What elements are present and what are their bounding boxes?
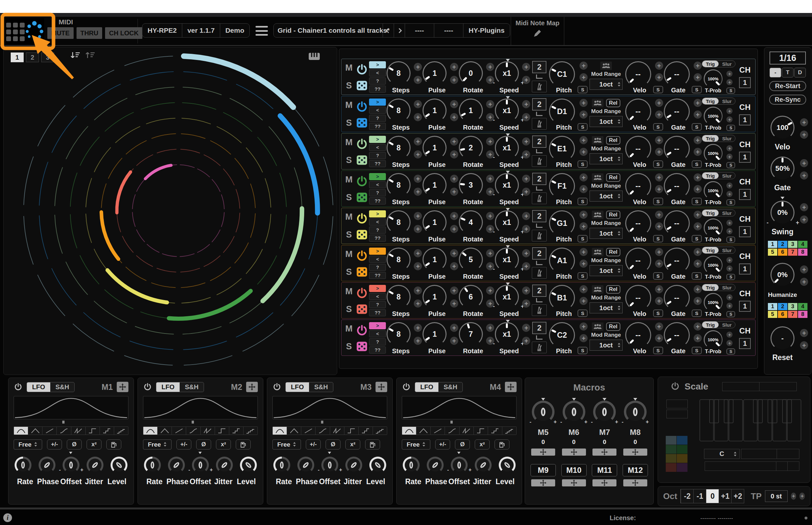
relative-mode-button[interactable]: Rel [606,174,620,182]
velocity-increment-button[interactable] [655,322,663,331]
octave-range-box[interactable]: 2 [532,98,546,110]
solo-button[interactable]: S [343,265,354,279]
swing-increment-button[interactable] [800,203,808,211]
relative-mode-button[interactable]: Rel [606,99,620,107]
speed-knob[interactable]: x1 [495,61,519,85]
velocity-increment-button[interactable] [655,136,663,144]
macro-button[interactable]: M11 [592,464,617,476]
dice-icon[interactable] [356,267,368,277]
wave-dome-button[interactable] [143,427,157,435]
pitch-decrement-button[interactable] [579,110,588,119]
phase-knob[interactable] [297,456,314,474]
pitch-knob[interactable]: E1 [549,136,575,162]
fuel-pump-icon[interactable] [236,439,251,450]
restart-button[interactable]: Re-Start [769,81,806,91]
rotate-increment-button[interactable] [486,249,494,257]
speed-knob[interactable]: x1 [495,173,519,197]
velocity-knob[interactable]: -- [625,99,651,124]
lfo-sh-toggle[interactable]: LFO S&H [285,382,334,392]
wave-square-button[interactable] [344,427,358,435]
speed-knob[interactable]: x1 [495,247,519,272]
steps-decrement-button[interactable] [414,262,422,270]
velocity-decrement-button[interactable] [655,148,663,156]
octave-range-box[interactable]: 2 [532,173,546,185]
pitch-decrement-button[interactable] [579,259,588,268]
preset-next-button[interactable] [394,24,405,37]
trigger-probability-knob[interactable]: 100% [704,144,723,163]
spinner-icon[interactable] [734,452,737,456]
metronome-icon[interactable] [532,81,547,92]
mod-range-select[interactable]: 1oct [590,79,623,90]
spinner-icon[interactable] [618,268,621,273]
reset-decrement-button[interactable] [800,341,808,349]
pitch-decrement-button[interactable] [579,185,588,193]
macro-assign-icon[interactable] [592,449,617,456]
pulse-increment-button[interactable] [450,137,458,146]
gate-decrement-button[interactable] [694,73,702,81]
pitch-decrement-button[interactable] [579,148,588,156]
wave-triangle-button[interactable] [157,427,172,435]
offset-knob[interactable] [451,456,468,474]
channel-value-box[interactable]: 1 [739,77,751,88]
track-select-button[interactable]: 3 [788,241,797,248]
steps-knob[interactable]: 8 [386,285,411,309]
scale-type-box[interactable] [741,449,799,459]
direction-backward-button[interactable]: < [369,293,386,300]
lfo-sh-toggle[interactable]: LFO S&H [27,382,75,392]
gate-increment-button[interactable] [800,159,808,167]
trig-slur-toggle[interactable]: Trig Slur [702,321,736,328]
spinner-icon[interactable] [618,343,621,348]
steps-decrement-button[interactable] [414,150,422,159]
pitch-knob[interactable]: A1 [549,247,575,273]
metronome-icon[interactable] [532,304,547,316]
rate-sync-select[interactable]: Free [272,439,301,450]
trig-slur-toggle[interactable]: Trig Slur [702,135,736,142]
rotate-increment-button[interactable] [486,137,494,146]
pulse-knob[interactable]: 1 [423,210,446,234]
track-select-button[interactable]: 4 [798,241,808,248]
track-select-button[interactable]: 2 [778,303,787,310]
speed-knob[interactable]: x1 [495,210,519,234]
scale-pad[interactable] [677,454,688,463]
relative-mode-button[interactable]: Rel [606,248,620,256]
trigger-probability-knob[interactable]: 100% [704,330,723,349]
pulse-decrement-button[interactable] [450,150,458,159]
track-select-button[interactable]: 3 [788,303,797,310]
wave-dome-button[interactable] [402,427,416,435]
solo-button[interactable]: S [343,302,354,317]
tprob-increment-button[interactable] [726,108,733,114]
velocity-decrement-button[interactable] [655,73,663,81]
drag-assign-icon[interactable] [246,382,258,392]
rotate-increment-button[interactable] [486,175,494,183]
steps-knob[interactable]: 8 [386,210,411,234]
gate-knob[interactable]: -- [664,322,690,348]
mute-button[interactable]: M [343,98,354,112]
steps-increment-button[interactable] [414,175,422,183]
speed-decrement-button[interactable] [522,337,530,345]
velocity-increment-button[interactable] [655,62,663,70]
pulse-increment-button[interactable] [450,100,458,108]
rotate-knob[interactable]: 5 [459,247,483,272]
power-icon[interactable] [272,382,281,391]
macro-knob[interactable] [532,401,555,423]
fuel-pump-icon[interactable] [106,439,121,450]
channel-value-box[interactable]: 1 [739,152,751,163]
scale-custom-box[interactable] [705,462,799,471]
dice-icon[interactable] [356,80,368,91]
trig-option[interactable]: Trig [702,98,719,104]
tprob-increment-button[interactable] [726,294,733,300]
pitch-increment-button[interactable] [579,62,588,70]
power-icon[interactable] [355,175,368,188]
speed-increment-button[interactable] [522,286,530,295]
scale-display-box[interactable] [722,382,797,391]
phase-reset-button[interactable]: Ø [67,439,82,450]
level-knob[interactable] [240,456,257,474]
trig-option[interactable]: Trig [702,135,719,141]
track-select-button[interactable]: 1 [768,303,777,310]
chord-icon[interactable] [592,248,604,256]
slur-option[interactable]: Slur [719,247,735,253]
chord-icon[interactable] [592,285,604,294]
transpose-increment-button[interactable] [791,493,796,500]
pulse-decrement-button[interactable] [450,262,458,270]
speed-decrement-button[interactable] [522,299,530,308]
